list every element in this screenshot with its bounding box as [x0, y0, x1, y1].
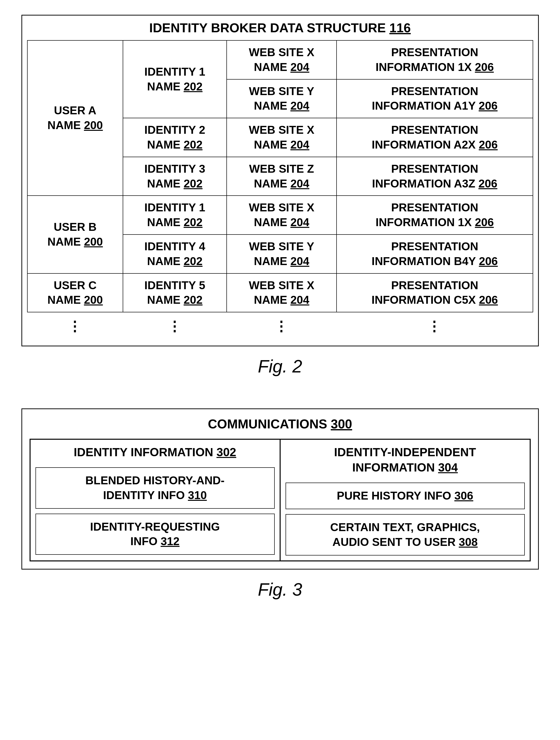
website-x2-cell: WEB SITE XNAME 204	[227, 118, 337, 157]
fig2-table: USER ANAME 200 IDENTITY 1NAME 202 WEB SI…	[27, 40, 533, 341]
presentation-a1y-cell: PRESENTATIONINFORMATION A1Y 206	[337, 79, 533, 118]
presentation-b4y-cell: PRESENTATIONINFORMATION B4Y 206	[337, 235, 533, 273]
user-b-cell: USER BNAME 200	[27, 196, 123, 273]
fig3-label: Fig. 3	[21, 579, 539, 599]
presentation-c5x-cell: PRESENTATIONINFORMATION C5X 206	[337, 273, 533, 312]
website-x1-cell: WEB SITE XNAME 204	[227, 40, 337, 79]
fig3-right-col: IDENTITY-INDEPENDENTINFORMATION 304 PURE…	[280, 439, 530, 561]
ellipsis-1: ⋮	[27, 312, 123, 341]
user-c-cell: USER CNAME 200	[27, 273, 123, 312]
ellipsis-4: ⋮	[337, 312, 533, 341]
fig3-right-title: IDENTITY-INDEPENDENTINFORMATION 304	[286, 445, 525, 475]
table-row: USER BNAME 200 IDENTITY 1NAME 202 WEB SI…	[27, 196, 533, 235]
ellipsis-2: ⋮	[123, 312, 226, 341]
presentation-1xb-cell: PRESENTATIONINFORMATION 1X 206	[337, 196, 533, 235]
website-y1-cell: WEB SITE YNAME 204	[227, 79, 337, 118]
fig2-outer-box: IDENTITY BROKER DATA STRUCTURE 116 USER …	[21, 15, 539, 346]
fig3-container: COMMUNICATIONS 300 IDENTITY INFORMATION …	[21, 408, 539, 617]
ellipsis-3: ⋮	[227, 312, 337, 341]
presentation-a3z-cell: PRESENTATIONINFORMATION A3Z 206	[337, 157, 533, 196]
presentation-1x-cell: PRESENTATIONINFORMATION 1X 206	[337, 40, 533, 79]
identity2-cell: IDENTITY 2NAME 202	[123, 118, 226, 157]
identity3-cell: IDENTITY 3NAME 202	[123, 157, 226, 196]
identity4-cell: IDENTITY 4NAME 202	[123, 235, 226, 273]
fig2-label: Fig. 2	[21, 356, 539, 376]
website-x4-cell: WEB SITE XNAME 204	[227, 273, 337, 312]
table-row: USER ANAME 200 IDENTITY 1NAME 202 WEB SI…	[27, 40, 533, 79]
fig3-grid: IDENTITY INFORMATION 302 BLENDED HISTORY…	[29, 439, 531, 561]
website-x3-cell: WEB SITE XNAME 204	[227, 196, 337, 235]
ellipsis-row: ⋮ ⋮ ⋮ ⋮	[27, 312, 533, 341]
user-a-cell: USER ANAME 200	[27, 40, 123, 196]
fig3-title: COMMUNICATIONS 300	[29, 417, 531, 431]
fig3-left-title: IDENTITY INFORMATION 302	[35, 445, 275, 460]
fig2-container: IDENTITY BROKER DATA STRUCTURE 116 USER …	[21, 15, 539, 394]
fig3-blended-info: BLENDED HISTORY-AND-IDENTITY INFO 310	[35, 467, 275, 509]
fig3-left-col: IDENTITY INFORMATION 302 BLENDED HISTORY…	[30, 439, 280, 561]
fig2-title: IDENTITY BROKER DATA STRUCTURE 116	[27, 20, 533, 35]
identity1b-cell: IDENTITY 1NAME 202	[123, 196, 226, 235]
fig3-pure-history: PURE HISTORY INFO 306	[286, 483, 525, 509]
identity1-cell: IDENTITY 1NAME 202	[123, 40, 226, 118]
presentation-a2x-cell: PRESENTATIONINFORMATION A2X 206	[337, 118, 533, 157]
fig3-certain-text: CERTAIN TEXT, GRAPHICS,AUDIO SENT TO USE…	[286, 514, 525, 555]
fig3-identity-requesting: IDENTITY-REQUESTINGINFO 312	[35, 514, 275, 555]
website-y2-cell: WEB SITE YNAME 204	[227, 235, 337, 273]
website-z-cell: WEB SITE ZNAME 204	[227, 157, 337, 196]
identity5-cell: IDENTITY 5NAME 202	[123, 273, 226, 312]
fig3-outer-box: COMMUNICATIONS 300 IDENTITY INFORMATION …	[21, 408, 539, 569]
table-row: USER CNAME 200 IDENTITY 5NAME 202 WEB SI…	[27, 273, 533, 312]
